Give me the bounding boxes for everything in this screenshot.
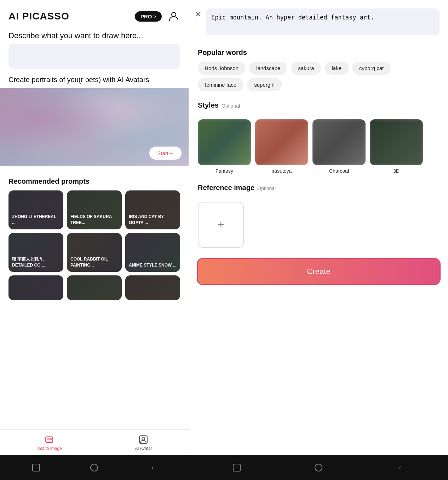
style-image-fantasy xyxy=(198,119,251,165)
tag-lake[interactable]: lake xyxy=(324,62,349,75)
svg-rect-2 xyxy=(47,438,49,440)
nav-text-to-image[interactable]: Text to image xyxy=(36,435,62,451)
styles-grid: Fantasy irasutoya Charcoal xyxy=(198,119,440,174)
prompt-text-2: FIELDS OF SAKURA TREE... xyxy=(70,214,118,226)
style-charcoal[interactable]: Charcoal xyxy=(312,119,366,174)
pro-badge[interactable]: PRO > xyxy=(135,11,162,22)
android-back-right[interactable]: ‹ xyxy=(395,463,405,473)
tag-landscape[interactable]: landscape xyxy=(249,62,287,75)
style-label-3d: 3D xyxy=(393,168,400,174)
style-fantasy[interactable]: Fantasy xyxy=(198,119,251,174)
svg-point-0 xyxy=(172,12,176,17)
left-panel: AI PICASSO PRO > Describe what you want … xyxy=(0,0,189,455)
pro-label: PRO xyxy=(140,13,152,19)
prompts-grid: ZHONG LI ETHEREAL ... FIELDS OF SAKURA T… xyxy=(8,190,180,300)
bottom-bar-right: ‹ xyxy=(189,455,448,480)
ref-image-title: Reference image xyxy=(198,184,254,192)
header: AI PICASSO PRO > xyxy=(0,0,189,28)
prompt-text-5: COOL RABBIT OIL PAINTING... xyxy=(70,256,118,268)
prompt-card-1[interactable]: ZHONG LI ETHEREAL ... xyxy=(8,190,63,229)
back-icon-left: ‹ xyxy=(151,463,154,472)
bottom-bar-left: ‹ xyxy=(0,455,189,480)
android-square-left[interactable] xyxy=(31,463,41,473)
start-button[interactable]: Start→ xyxy=(149,147,182,160)
style-image-3d xyxy=(370,119,423,165)
style-label-irasutoya: irasutoya xyxy=(272,168,292,174)
ref-image-upload[interactable]: + xyxy=(198,202,244,248)
prompt-text-1: ZHONG LI ETHEREAL ... xyxy=(12,214,60,226)
popular-tags: Boris Johnson landscape sakura lake cybo… xyxy=(198,62,440,91)
recommended-title: Recommended prompts xyxy=(8,177,180,185)
prompt-text-6: ANIME STYLE SNOW ... xyxy=(129,262,177,268)
prompt-text-3: IRIS AND CAT BY OGATA ... xyxy=(129,214,177,226)
tag-boris-johnson[interactable]: Boris Johnson xyxy=(198,62,246,75)
recommended-section: Recommended prompts ZHONG LI ETHEREAL ..… xyxy=(0,172,189,303)
style-label-charcoal: Charcoal xyxy=(329,168,349,174)
style-image-irasutoya xyxy=(255,119,308,165)
avatars-title: Create portraits of you(r pets) with AI … xyxy=(0,76,189,88)
ref-image-title-row: Reference image Optional xyxy=(198,184,440,197)
close-button[interactable]: ✕ xyxy=(195,10,201,19)
prompt-card-6[interactable]: ANIME STYLE SNOW ... xyxy=(125,233,180,272)
tag-supergirl[interactable]: supergirl xyxy=(247,78,282,91)
create-btn-container: Create xyxy=(189,253,448,291)
app-logo: AI PICASSO xyxy=(8,11,69,22)
popular-section: Popular words Boris Johnson landscape sa… xyxy=(189,41,448,96)
style-image-charcoal xyxy=(312,119,366,165)
android-square-right[interactable] xyxy=(232,463,242,473)
prompt-card-7[interactable] xyxy=(8,275,63,300)
prompt-card-5[interactable]: COOL RABBIT OIL PAINTING... xyxy=(67,233,122,272)
text-to-image-icon xyxy=(44,435,54,445)
create-button[interactable]: Create xyxy=(198,259,440,284)
right-panel: ✕ Epic mountain. An hyper detailed fanta… xyxy=(189,0,448,455)
prompt-text-4: 猫 宇宙人と戦う、DETAILED CG,... xyxy=(12,256,60,268)
search-bar-container: ✕ Epic mountain. An hyper detailed fanta… xyxy=(189,0,448,41)
ref-image-optional: Optional xyxy=(257,185,276,191)
bottom-bars: ‹ ‹ xyxy=(0,455,448,480)
android-back-left[interactable]: ‹ xyxy=(148,463,157,473)
prompt-card-9[interactable] xyxy=(125,275,180,300)
style-3d[interactable]: 3D xyxy=(370,119,423,174)
circle-icon-right xyxy=(315,464,322,472)
avatars-banner: Create portraits of you(r pets) with AI … xyxy=(0,76,189,166)
styles-title-row: Styles Optional xyxy=(198,101,440,114)
describe-label: Describe what you want to draw here... xyxy=(0,28,189,44)
tag-sakura[interactable]: sakura xyxy=(291,62,321,75)
style-irasutoya[interactable]: irasutoya xyxy=(255,119,308,174)
svg-point-7 xyxy=(142,437,145,440)
android-circle-right[interactable] xyxy=(314,463,323,473)
styles-title: Styles xyxy=(198,101,219,109)
bottom-nav-left: Text to image AI Avatar xyxy=(0,429,189,455)
prompt-card-2[interactable]: FIELDS OF SAKURA TREE... xyxy=(67,190,122,229)
styles-section: Styles Optional Fantasy irasutoya xyxy=(189,96,448,178)
search-input[interactable]: Epic mountain. An hyper detailed fantasy… xyxy=(206,8,440,35)
circle-icon-left xyxy=(90,464,98,472)
avatars-image: Start→ xyxy=(0,88,189,166)
tag-feminine-face[interactable]: feminine face xyxy=(198,78,243,91)
bottom-nav-right xyxy=(189,430,448,455)
ai-avatar-label: AI Avatar xyxy=(135,446,152,451)
style-label-fantasy: Fantasy xyxy=(216,168,233,174)
tag-cyborg-cat[interactable]: cyborg cat xyxy=(352,62,391,75)
prompt-bg-8 xyxy=(67,275,122,300)
prompt-card-8[interactable] xyxy=(67,275,122,300)
ref-image-plus: + xyxy=(218,218,224,231)
pro-arrow: > xyxy=(153,14,156,19)
square-icon-left xyxy=(32,464,40,472)
square-icon-right xyxy=(233,464,241,472)
text-to-image-label: Text to image xyxy=(36,446,62,451)
header-right: PRO > xyxy=(135,10,180,23)
android-circle-left[interactable] xyxy=(89,463,99,473)
prompt-card-3[interactable]: IRIS AND CAT BY OGATA ... xyxy=(125,190,180,229)
back-icon-right: ‹ xyxy=(399,463,401,472)
describe-input[interactable] xyxy=(8,44,180,69)
user-icon[interactable] xyxy=(167,10,180,23)
styles-optional: Optional xyxy=(222,103,240,109)
ai-avatar-icon xyxy=(138,435,148,445)
ref-image-section: Reference image Optional + xyxy=(189,178,448,253)
prompt-card-4[interactable]: 猫 宇宙人と戦う、DETAILED CG,... xyxy=(8,233,63,272)
prompt-bg-9 xyxy=(125,275,180,300)
nav-ai-avatar[interactable]: AI Avatar xyxy=(135,435,152,451)
prompt-bg-7 xyxy=(8,275,63,300)
popular-words-title: Popular words xyxy=(198,48,440,57)
